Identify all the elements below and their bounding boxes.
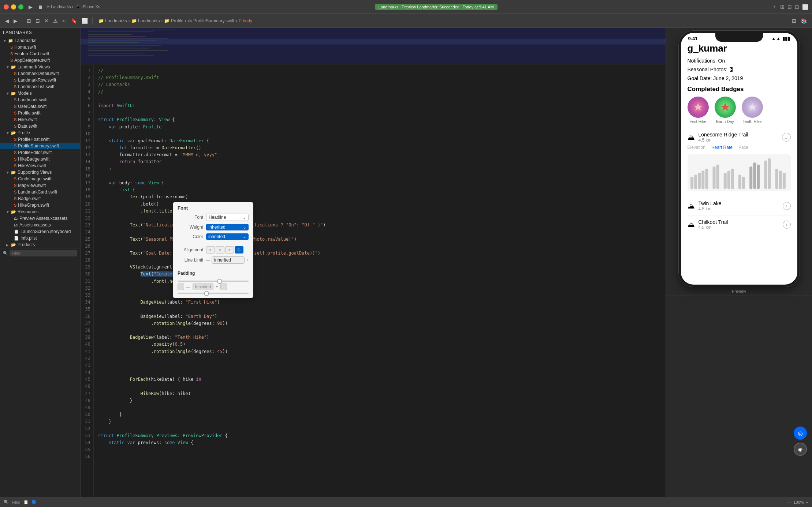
- sidebar-item-hikegraph[interactable]: S HikeGraph.swift: [0, 202, 80, 209]
- sidebar-item-hikeview[interactable]: S HikeView.swift: [0, 162, 80, 169]
- sidebar-item-products[interactable]: ▶ 📂 Products: [0, 241, 80, 248]
- padding-bottom-slider[interactable]: [178, 293, 249, 294]
- sidebar-item-home[interactable]: S Home.swift: [0, 44, 80, 50]
- preview-action-button-2[interactable]: ◉: [794, 443, 807, 456]
- chevron-right-icon-1[interactable]: ›: [783, 202, 791, 210]
- folder-icon: 📁: [8, 38, 13, 43]
- breadcrumb-item-3[interactable]: 📁 Profile: [164, 18, 183, 23]
- search-input[interactable]: [10, 250, 77, 256]
- minimize-button[interactable]: [11, 4, 16, 10]
- trail-lonesome-ridge[interactable]: ⛰ Lonesome Ridge Trail 4.5 km ⌄ Elevatio…: [688, 128, 791, 197]
- bottom-icon-2[interactable]: 🔵: [31, 500, 37, 504]
- line-limit-plus[interactable]: +: [246, 258, 249, 263]
- toolbar-icon-2[interactable]: ⊟: [34, 17, 41, 25]
- device-selector[interactable]: 📱 iPhone Xs: [75, 4, 100, 9]
- swift-icon: S: [14, 196, 16, 201]
- sidebar-label: LaunchScreen.storyboard: [21, 229, 71, 234]
- toolbar-icon-1[interactable]: ⊞: [25, 17, 33, 25]
- weight-selector[interactable]: Inherited ⌄: [206, 224, 249, 230]
- align-justify-button[interactable]: 🔵: [235, 246, 243, 254]
- chart-tab-pace[interactable]: Pace: [738, 145, 748, 150]
- padding-top-slider[interactable]: [178, 281, 249, 282]
- zoom-minus[interactable]: —: [787, 500, 791, 504]
- trail-info-2: Twin Lake 4.5 km: [699, 200, 783, 211]
- sidebar-item-landmarks-root[interactable]: ▼ 📁 Landmarks: [0, 37, 80, 44]
- sidebar-item-assets[interactable]: 🗂 Assets.xcassets: [0, 222, 80, 228]
- toolbar-icon-3[interactable]: ✕: [43, 17, 50, 25]
- scheme-selector[interactable]: ✳ Landmarks ›: [46, 4, 73, 9]
- sidebar-item-landmarkrow[interactable]: S LandmarkRow.swift: [0, 77, 80, 83]
- sidebar-item-infoplist[interactable]: 📄 Info.plist: [0, 235, 80, 241]
- breadcrumb-item-1[interactable]: 📁 Landmarks: [98, 18, 127, 23]
- run-button[interactable]: ▶: [27, 3, 34, 11]
- line-limit-selector[interactable]: inherited: [212, 256, 245, 264]
- svg-rect-33: [779, 170, 782, 189]
- layout-alt-button[interactable]: ⊟: [787, 4, 792, 10]
- sidebar-item-landmarklist[interactable]: S LandmarkList.swift: [0, 83, 80, 90]
- sidebar-item-supporting-views[interactable]: ▼ 📂 Supporting Views: [0, 169, 80, 176]
- preview-overlay-buttons: ◎ ◉: [794, 427, 807, 456]
- sidebar-item-models[interactable]: ▼ 📂 Models: [0, 90, 80, 97]
- maximize-button[interactable]: [18, 4, 23, 10]
- toolbar-icon-4[interactable]: ⚠: [52, 17, 59, 25]
- close-button[interactable]: [4, 4, 9, 10]
- library-button[interactable]: 📚: [799, 17, 808, 25]
- toolbar-icon-6[interactable]: 🔖: [70, 17, 79, 25]
- svg-rect-19: [705, 169, 708, 189]
- stop-button[interactable]: ⏹: [36, 3, 44, 11]
- expand-icon: ▼: [6, 65, 10, 69]
- sidebar-item-resources[interactable]: ▼ 📂 Resources: [0, 209, 80, 215]
- chart-tab-heartrate[interactable]: Heart Rate: [711, 145, 733, 150]
- sidebar-item-hike-swift[interactable]: S Hike.swift: [0, 116, 80, 123]
- trail-twin-lake[interactable]: ⛰ Twin Lake 4.5 km ›: [688, 197, 791, 215]
- toolbar-icon-7[interactable]: ⬜: [80, 17, 89, 25]
- sidebar-item-mapview[interactable]: S MapView.swift: [0, 182, 80, 189]
- sidebar-item-previewassets[interactable]: 🗂 Preview Assets.xcassets: [0, 215, 80, 222]
- layout-split-button[interactable]: ⊡: [795, 4, 799, 10]
- sidebar-item-appdelegate[interactable]: S AppDelegate.swift: [0, 57, 80, 64]
- add-button[interactable]: ＋: [772, 4, 777, 10]
- preview-action-button-1[interactable]: ◎: [794, 427, 807, 440]
- align-left-button[interactable]: ≡: [206, 246, 215, 254]
- sidebar-item-badge[interactable]: S Badge.swift: [0, 195, 80, 202]
- toolbar-icon-5[interactable]: ↩: [61, 17, 68, 25]
- zoom-plus[interactable]: +: [806, 500, 808, 504]
- sidebar-item-profilehost[interactable]: S ProfileHost.swift: [0, 136, 80, 143]
- trail-chilkoot[interactable]: ⛰ Chilkoot Trail 4.5 km ›: [688, 215, 791, 234]
- sidebar-item-landmarkcard[interactable]: S LandmarkCard.swift: [0, 189, 80, 195]
- sidebar-item-profileeditor[interactable]: S ProfileEditor.swift: [0, 149, 80, 156]
- breadcrumb-item-5[interactable]: P body: [239, 18, 252, 23]
- code-content: 12345 678910 1112131415 1617181920 21222…: [81, 64, 666, 497]
- back-button[interactable]: ◀: [4, 17, 11, 25]
- sidebar-item-landmark-views[interactable]: ▼ 📂 Landmark Views: [0, 64, 80, 70]
- bottom-icon-1[interactable]: 📋: [23, 500, 29, 504]
- sidebar-item-userdata[interactable]: S UserData.swift: [0, 103, 80, 110]
- sidebar-item-profile-folder[interactable]: ▼ 📂 Profile: [0, 129, 80, 136]
- color-row: Color inherited ⌄: [173, 232, 253, 241]
- sidebar-item-data-swift[interactable]: S Data.swift: [0, 123, 80, 129]
- breadcrumb-item-2[interactable]: 📁 Landmarks: [131, 18, 160, 23]
- weight-dropdown-arrow: ⌄: [243, 225, 246, 230]
- sidebar-item-launchscreen[interactable]: 📋 LaunchScreen.storyboard: [0, 228, 80, 235]
- breadcrumb-item-4[interactable]: 🗂 ProfileSummary.swift: [188, 18, 234, 23]
- forward-button[interactable]: ▶: [12, 17, 19, 25]
- font-selector[interactable]: Headline ⌄: [206, 214, 249, 221]
- layout-button[interactable]: ⊞: [780, 4, 785, 10]
- align-right-button[interactable]: ≡: [225, 246, 234, 254]
- svg-rect-12: [88, 55, 154, 56]
- chevron-right-icon-2[interactable]: ›: [783, 221, 791, 229]
- sidebar-item-landmark-swift[interactable]: S Landmark.swift: [0, 97, 80, 103]
- padding-plus[interactable]: +: [216, 284, 218, 289]
- inspector-button[interactable]: ⊞: [790, 17, 798, 25]
- chart-tab-elevation[interactable]: Elevation: [688, 145, 705, 150]
- sidebar-item-profile-swift[interactable]: S Profile.swift: [0, 110, 80, 116]
- sidebar-item-featurecard[interactable]: S FeatureCard.swift: [0, 50, 80, 57]
- sidebar-item-profilesummary[interactable]: S ProfileSummary.swift: [0, 143, 80, 149]
- sidebar-item-circleimage[interactable]: S CircleImage.swift: [0, 176, 80, 182]
- color-selector[interactable]: inherited ⌄: [206, 233, 249, 240]
- align-center-button[interactable]: ≡: [216, 246, 224, 254]
- chevron-down-icon[interactable]: ⌄: [782, 133, 791, 142]
- sidebar-item-landmarkdetail[interactable]: S LandmarkDetail.swift: [0, 70, 80, 77]
- layout-full-button[interactable]: ⬜: [802, 4, 808, 10]
- sidebar-item-hikebadge[interactable]: S HikeBadge.swift: [0, 156, 80, 162]
